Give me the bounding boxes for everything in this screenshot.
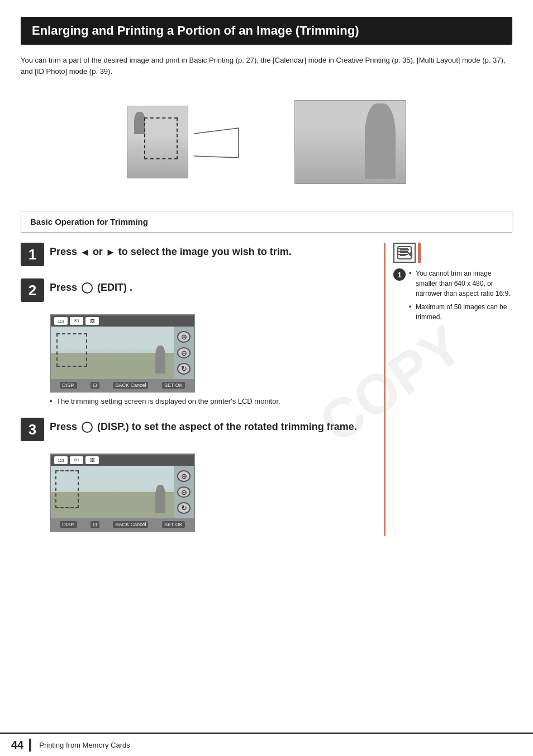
lcd-icon-photo-2: 🖼	[85, 456, 99, 464]
lcd-icon-counter-2: 113	[54, 456, 68, 464]
note-svg-icon	[397, 245, 412, 260]
lcd-btn-set-2: SET OK	[162, 521, 185, 528]
lcd-btn-set: SET OK	[162, 382, 185, 389]
note-item-1: You cannot trim an image smaller than 64…	[409, 268, 512, 299]
svg-line-1	[194, 156, 239, 158]
section-title: Basic Operation for Trimming	[21, 211, 512, 233]
svg-marker-7	[408, 251, 412, 258]
lcd-beach-scene-2	[51, 466, 174, 518]
step-num-1: 1	[21, 243, 44, 266]
note-icon-header	[393, 243, 512, 263]
footer-text: Printing from Memory Cards	[39, 741, 130, 749]
lcd-top-bar-2: 113 ✉1 🖼	[51, 455, 194, 466]
note-icon-box	[393, 243, 416, 263]
step-3-text: Press (DISP.) to set the aspect of the r…	[50, 418, 357, 434]
step-1: 1 Press ◄ or ► to select the image you w…	[21, 243, 373, 266]
lcd-btn-back: BACK Cancel	[113, 382, 148, 389]
lcd-screen-1: 113 ✉1 🖼 ⊕ ⊖ ↻	[50, 314, 195, 393]
lcd-icon-mode: ✉1	[70, 317, 83, 325]
lcd-btn-icon-2: ⊡	[91, 521, 99, 528]
step-3: 3 Press (DISP.) to set the aspect of the…	[21, 418, 373, 441]
lcd-screen-2: 113 ✉1 🖼 ⊕ ⊖ ↻	[50, 453, 195, 532]
step-2-bullet: The trimming setting screen is displayed…	[50, 397, 373, 405]
lcd-btn-back-2: BACK Cancel	[113, 521, 148, 528]
lcd-icons-right-2: ⊕ ⊖ ↻	[174, 466, 194, 518]
circle-button-edit	[82, 282, 93, 294]
footer: 44 Printing from Memory Cards	[0, 733, 533, 756]
svg-line-0	[194, 128, 239, 134]
lcd-icons-right-1: ⊕ ⊖ ↻	[174, 327, 194, 379]
lcd-zoom-in-icon: ⊕	[177, 331, 191, 343]
lcd-btn-disp-2: DISP.	[60, 521, 77, 528]
intro-text: You can trim a part of the desired image…	[21, 55, 512, 77]
page-title: Enlarging and Printing a Portion of an I…	[21, 17, 512, 45]
right-arrow-icon: ►	[106, 245, 116, 259]
step-1-text: Press ◄ or ► to select the image you wis…	[50, 243, 292, 259]
circle-button-disp	[82, 422, 93, 433]
lcd-zoom-in-icon-2: ⊕	[177, 470, 191, 482]
lcd-rotate-icon-2: ↻	[177, 502, 191, 514]
lcd-top-bar-1: 113 ✉1 🖼	[51, 315, 194, 327]
lcd-bottom-bar-1: DISP. ⊡ BACK Cancel SET OK	[51, 379, 194, 391]
result-image	[294, 100, 406, 184]
step-2: 2 Press (EDIT) .	[21, 278, 373, 302]
lcd-zoom-out-icon-2: ⊖	[177, 486, 191, 498]
footer-page-number: 44	[11, 739, 31, 752]
note-num-1: 1	[393, 268, 406, 281]
demo-images	[21, 89, 512, 195]
step-num-2: 2	[21, 278, 44, 302]
note-accent-bar	[418, 243, 421, 263]
right-column: 1 You cannot trim an image smaller than …	[384, 243, 512, 536]
lcd-icon-mode-2: ✉1	[70, 456, 83, 464]
left-column: 1 Press ◄ or ► to select the image you w…	[21, 243, 384, 536]
lcd-beach-scene	[51, 327, 174, 379]
step-num-3: 3	[21, 418, 44, 441]
lcd-btn-icon: ⊡	[91, 382, 99, 389]
lcd-zoom-out-icon: ⊖	[177, 347, 191, 359]
lcd-rotate-icon: ↻	[177, 363, 191, 375]
main-content: 1 Press ◄ or ► to select the image you w…	[21, 243, 512, 536]
note-item-2: Maximum of 50 images can be trimmed.	[409, 302, 512, 322]
step-2-text: Press (EDIT) .	[50, 278, 132, 295]
note-content-1: You cannot trim an image smaller than 64…	[409, 268, 512, 325]
lcd-btn-disp: DISP.	[60, 382, 77, 389]
page-wrapper: Enlarging and Printing a Portion of an I…	[15, 0, 518, 547]
source-image	[127, 106, 188, 178]
arrow-lines-svg	[194, 125, 244, 159]
trim-frame	[144, 117, 178, 159]
lcd-icon-photo: 🖼	[85, 317, 99, 325]
lcd-icon-counter: 113	[54, 317, 68, 325]
lcd-content-1: ⊕ ⊖ ↻	[51, 327, 194, 379]
left-arrow-icon: ◄	[80, 245, 90, 259]
lcd-bottom-bar-2: DISP. ⊡ BACK Cancel SET OK	[51, 518, 194, 531]
lcd-content-2: ⊕ ⊖ ↻	[51, 466, 194, 518]
